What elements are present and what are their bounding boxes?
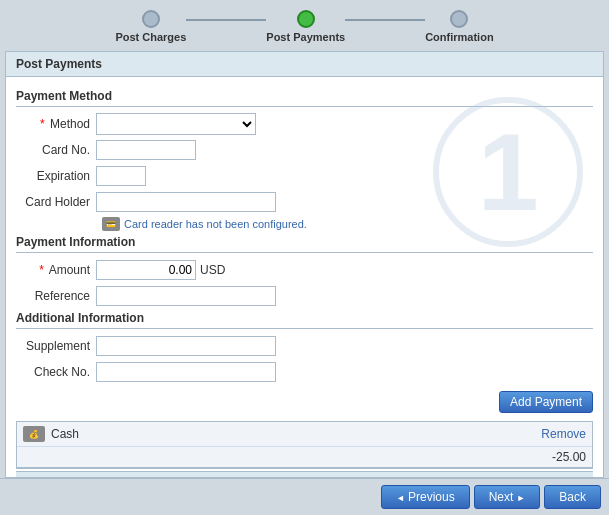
reference-input[interactable] <box>96 286 276 306</box>
next-button[interactable]: Next <box>474 485 541 509</box>
add-payment-button[interactable]: Add Payment <box>499 391 593 413</box>
amount-input[interactable] <box>96 260 196 280</box>
card-no-input[interactable] <box>96 140 196 160</box>
row-check-no: Check No. <box>16 361 593 383</box>
payment-item-amount: -25.00 <box>552 450 586 464</box>
step-label-post-charges: Post Charges <box>115 31 186 43</box>
expiration-input[interactable] <box>96 166 146 186</box>
label-expiration: Expiration <box>16 169 96 183</box>
payment-amount-row: -25.00 <box>17 447 592 468</box>
section-additional-info: Additional Information <box>16 311 593 329</box>
row-card-no: Card No. <box>16 139 593 161</box>
add-payment-row: Add Payment <box>16 387 593 417</box>
label-reference: Reference <box>16 289 96 303</box>
payment-item-0: 💰 Cash Remove <box>17 422 592 447</box>
required-star-method: * <box>40 117 45 131</box>
row-supplement: Supplement <box>16 335 593 357</box>
card-reader-row: 💳 Card reader has not been configured. <box>102 217 593 231</box>
step-circle-post-payments <box>297 10 315 28</box>
section-payment-method: Payment Method <box>16 89 593 107</box>
previous-arrow-icon <box>396 490 405 504</box>
card-reader-icon: 💳 <box>102 217 120 231</box>
step-label-post-payments: Post Payments <box>266 31 345 43</box>
row-amount: * Amount USD <box>16 259 593 281</box>
section-payment-info: Payment Information <box>16 235 593 253</box>
label-method: * Method <box>16 117 96 131</box>
wizard-steps: Post Charges Post Payments Confirmation <box>0 0 609 51</box>
step-connector-2 <box>345 19 425 21</box>
total-row: -$25.00 <box>16 471 593 477</box>
check-no-input[interactable] <box>96 362 276 382</box>
method-select[interactable] <box>96 113 256 135</box>
supplement-input[interactable] <box>96 336 276 356</box>
next-arrow-icon <box>516 490 525 504</box>
row-reference: Reference <box>16 285 593 307</box>
step-confirmation: Confirmation <box>425 10 493 43</box>
main-container: Post Charges Post Payments Confirmation … <box>0 0 609 515</box>
required-star-amount: * <box>39 263 44 277</box>
step-post-payments: Post Payments <box>266 10 345 43</box>
step-connector-1 <box>186 19 266 21</box>
card-reader-text: Card reader has not been configured. <box>124 218 307 230</box>
step-circle-post-charges <box>142 10 160 28</box>
panel-header: Post Payments <box>6 52 603 77</box>
card-holder-input[interactable] <box>96 192 276 212</box>
label-card-no: Card No. <box>16 143 96 157</box>
previous-button[interactable]: Previous <box>381 485 470 509</box>
step-circle-confirmation <box>450 10 468 28</box>
row-card-holder: Card Holder <box>16 191 593 213</box>
bottom-bar: Previous Next Back <box>0 478 609 515</box>
remove-payment-button[interactable]: Remove <box>541 427 586 441</box>
back-button[interactable]: Back <box>544 485 601 509</box>
payment-item-name: Cash <box>51 427 541 441</box>
row-expiration: Expiration <box>16 165 593 187</box>
label-check-no: Check No. <box>16 365 96 379</box>
label-amount: * Amount <box>16 263 96 277</box>
payment-cash-icon: 💰 <box>23 426 45 442</box>
step-post-charges: Post Charges <box>115 10 186 43</box>
currency-label: USD <box>200 263 225 277</box>
label-supplement: Supplement <box>16 339 96 353</box>
total-amount: -$25.00 <box>546 476 587 477</box>
panel-body: 1 Payment Method * Method Card No. Expir… <box>6 77 603 477</box>
step-label-confirmation: Confirmation <box>425 31 493 43</box>
label-card-holder: Card Holder <box>16 195 96 209</box>
content-panel: Post Payments 1 Payment Method * Method … <box>5 51 604 478</box>
row-method: * Method <box>16 113 593 135</box>
panel-title: Post Payments <box>16 57 102 71</box>
payment-list: 💰 Cash Remove -25.00 <box>16 421 593 469</box>
